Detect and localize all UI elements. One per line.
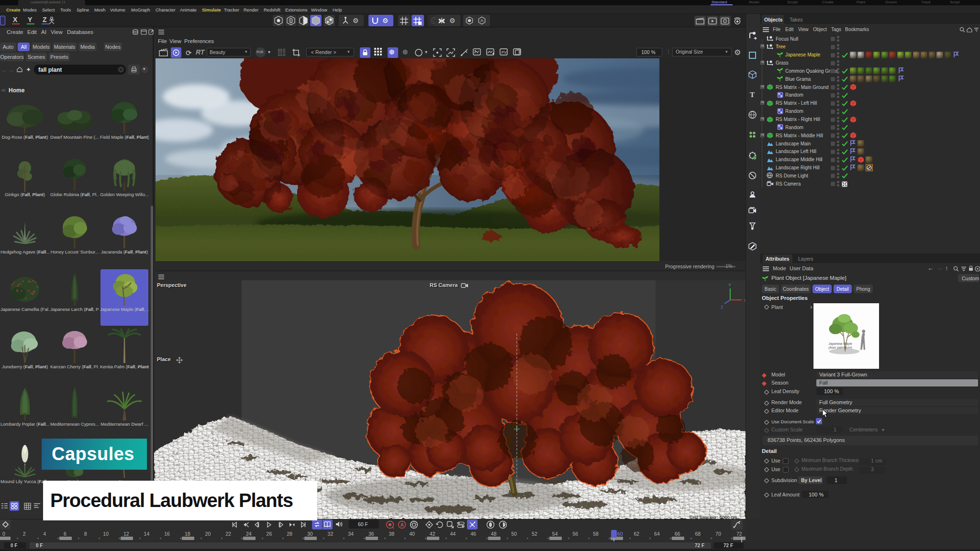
- svg-text:Z: Z: [721, 305, 724, 309]
- svg-text:PV: PV: [501, 50, 507, 55]
- svg-text:Y: Y: [728, 283, 731, 287]
- svg-text:A: A: [400, 522, 403, 528]
- svg-text:A: A: [480, 18, 484, 23]
- svg-text:(Acer palmatum): (Acer palmatum): [828, 346, 852, 350]
- svg-text:T: T: [750, 91, 755, 99]
